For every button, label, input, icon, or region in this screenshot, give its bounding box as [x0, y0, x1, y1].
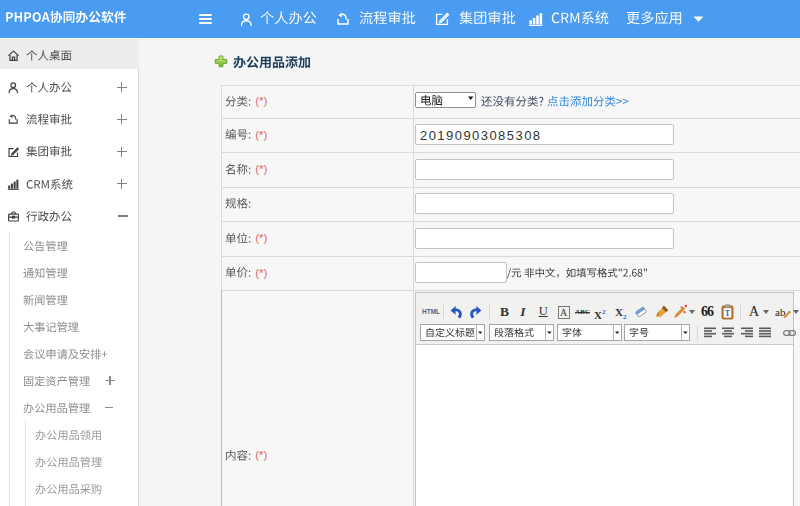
svg-text:T: T [725, 309, 731, 318]
svg-text:ab: ab [775, 306, 786, 318]
